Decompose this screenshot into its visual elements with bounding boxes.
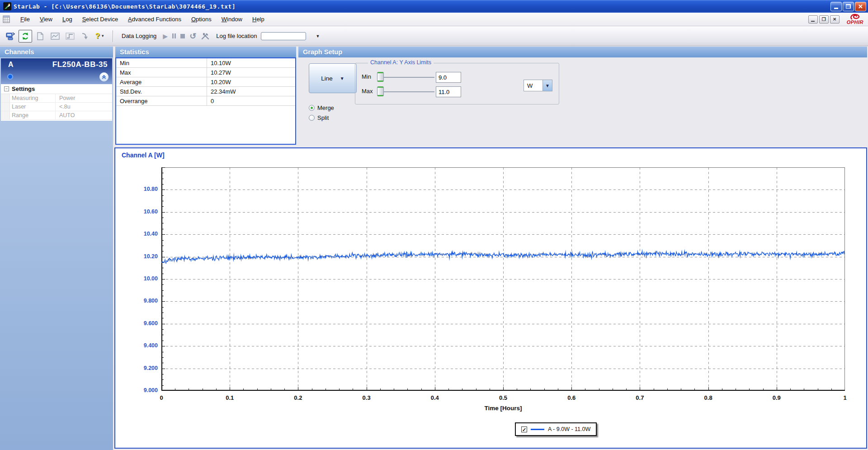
unit-value: W [524,80,542,91]
stats-row-value: 10.27W [207,68,295,77]
menu-log[interactable]: Log [58,14,77,24]
help-button[interactable]: ? ▼ [93,30,107,43]
min-label: Min [362,73,371,80]
split-radio[interactable]: Split [309,114,329,121]
x-tick-0.6: 0.6 [567,394,576,401]
stats-row-average: Average10.20W [116,77,295,87]
collapse-channel-button[interactable] [99,72,108,81]
legend-checkbox[interactable]: ✓ [521,426,527,432]
split-radio-label: Split [317,114,329,121]
restore-button[interactable] [843,2,854,11]
merge-radio[interactable]: Merge [309,104,334,111]
close-button[interactable]: ✕ [855,2,866,11]
reset-icon[interactable]: ↺ [189,31,196,41]
ophir-wordmark: OPHIR [847,20,863,25]
merge-radio-label: Merge [317,104,334,111]
min-slider-handle[interactable] [377,72,384,82]
x-tick-0.2: 0.2 [294,394,302,401]
page-icon [36,32,44,41]
ophir-swoosh-icon [849,14,861,20]
page-button[interactable] [33,30,47,43]
menu-view[interactable]: View [35,14,57,24]
pause-icon[interactable] [172,33,176,38]
minimize-button[interactable] [830,2,842,11]
log-location-dropdown-icon[interactable]: ▼ [316,34,320,38]
mdi-minimize-button[interactable] [808,15,818,24]
select-device-button[interactable] [4,30,17,43]
unit-chevron-down-icon: ▼ [542,80,552,91]
x-axis-label: Time [Hours] [484,405,522,412]
content-area: Channels A FL250A-BB-35 − Settings Measu… [0,46,868,450]
x-tick-0.1: 0.1 [226,394,234,401]
y-axis-limits-group: Channel A: Y Axis Limits Min Max W ▼ [355,63,559,104]
graph-setup-header: Graph Setup [298,47,867,57]
max-slider-handle[interactable] [377,86,384,96]
starlab-window: StarLab - [C:\Users\86136\Documents\Star… [0,0,868,450]
y-min-input[interactable] [436,72,461,83]
y-tick-9.200: 9.200 [131,365,158,371]
y-tick-10.00: 10.00 [131,275,158,282]
unit-select[interactable]: W ▼ [524,80,552,91]
x-tick-0.4: 0.4 [431,394,439,401]
menu-window[interactable]: Window [217,14,247,24]
tools-icon[interactable] [201,32,210,40]
settings-row-label: Measuring [12,95,55,101]
chart-button[interactable] [48,30,62,43]
play-icon[interactable]: ▶ [163,33,168,40]
y-max-input[interactable] [436,86,461,97]
stats-row-label: Min [116,60,207,66]
title-bar: StarLab - [C:\Users\86136\Documents\Star… [0,0,868,13]
chart-panel: Channel A [W] 10.8010.6010.4010.2010.009… [114,147,867,449]
plot-type-dropdown[interactable]: Line ▼ [309,63,357,93]
legend-label: A - 9.0W - 11.0W [548,426,590,432]
channel-card-a[interactable]: A FL250A-BB-35 [1,58,112,84]
stats-row-label: Max [116,69,207,76]
chart-icon [50,32,60,41]
window-title: StarLab - [C:\Users\86136\Documents\Star… [14,3,236,10]
mdi-restore-button[interactable]: ❐ [819,15,829,24]
y-tick-9.800: 9.800 [131,298,158,304]
stats-row-value: 22.34mW [207,87,295,96]
channel-model: FL250A-BB-35 [52,60,108,69]
stats-row-max: Max10.27W [116,68,295,77]
merge-radio-icon [309,105,315,111]
channels-header: Channels [0,47,113,57]
chevron-up-icon [101,74,107,80]
log-file-location-input[interactable] [261,32,306,40]
max-slider-track[interactable] [379,91,434,92]
min-slider-track[interactable] [379,77,434,78]
channel-id: A [8,61,14,69]
menu-select-device[interactable]: Select Device [78,14,123,24]
statistics-header: Statistics [115,47,296,57]
y-tick-9.400: 9.400 [131,342,158,349]
chart-plot-area[interactable] [161,167,845,391]
refresh-button[interactable] [19,30,32,43]
stats-row-value: 10.10W [207,58,295,67]
menu-advanced-functions[interactable]: Advanced Functions [123,14,186,24]
stats-row-stddev: Std.Dev.22.34mW [116,87,295,96]
ophir-logo: OPHIR [847,14,863,25]
stats-row-min: Min10.10W [116,58,295,68]
y-axis-limits-title: Channel A: Y Axis Limits [368,59,434,66]
x-tick-0.5: 0.5 [499,394,507,401]
settings-block: − Settings MeasuringPowerLaser<.8uRangeA… [1,84,112,121]
statistics-table: Min10.10WMax10.27WAverage10.20WStd.Dev.2… [115,57,296,145]
step-function-button[interactable] [63,30,77,43]
settings-row-value: <.8u [55,103,112,111]
settings-title: Settings [12,85,35,92]
menu-items: FileViewLogSelect DeviceAdvanced Functio… [16,14,269,24]
document-grid-icon [3,15,11,23]
legend-line-sample [531,429,544,430]
step-function-icon [65,32,75,41]
data-logging-label: Data Logging [122,33,156,39]
menu-help[interactable]: Help [248,14,269,24]
settings-expander[interactable]: − [4,86,9,91]
stats-row-value: 10.20W [207,77,295,86]
y-tick-10.40: 10.40 [131,231,158,237]
toolbar-separator [113,30,113,42]
export-button[interactable] [78,30,92,43]
menu-file[interactable]: File [16,14,34,24]
mdi-close-button[interactable]: ✕ [830,15,840,24]
stop-icon[interactable] [180,34,185,38]
menu-options[interactable]: Options [187,14,216,24]
